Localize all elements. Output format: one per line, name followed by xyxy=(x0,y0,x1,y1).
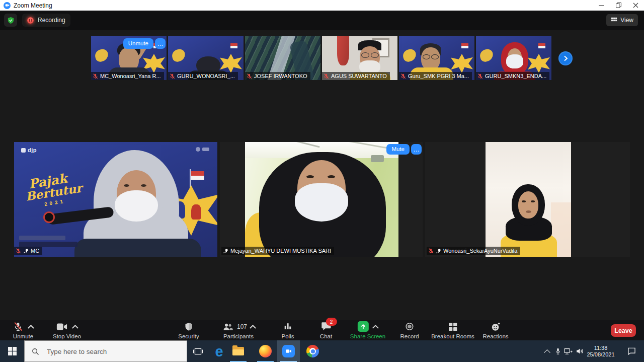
participant-thumbnail[interactable]: JOSEF IRWANTOKO xyxy=(245,36,320,80)
polls-icon xyxy=(283,322,293,331)
recording-indicator[interactable]: Recording xyxy=(22,14,70,27)
breakout-rooms-icon xyxy=(448,322,457,331)
participant-thumbnail[interactable]: Guru_SMK PGRI 3 Ma... xyxy=(399,36,474,80)
participants-options-chevron[interactable] xyxy=(250,325,256,331)
leave-button[interactable]: Leave xyxy=(611,324,636,337)
djp-logo: djp xyxy=(21,147,37,153)
muted-mic-icon xyxy=(477,74,483,79)
close-button[interactable] xyxy=(627,0,644,11)
participant-thumbnail[interactable]: GURU_WONOASRI_... xyxy=(168,36,244,80)
flag-art xyxy=(191,171,204,180)
meeting-toolbar: Unmute Stop Video Security 107 Participa… xyxy=(0,320,644,340)
action-center-button[interactable] xyxy=(623,340,640,362)
speaker-icon xyxy=(576,347,584,355)
search-input[interactable] xyxy=(46,341,184,362)
muted-mic-icon xyxy=(93,74,98,79)
participant-name-label: AGUS SUWARTANTO xyxy=(322,72,390,80)
muted-mic-icon xyxy=(428,248,434,254)
record-button[interactable]: Record xyxy=(400,321,419,339)
share-options-chevron[interactable] xyxy=(372,325,379,331)
taskbar-zoom-icon-active[interactable] xyxy=(277,340,300,362)
taskbar-search[interactable] xyxy=(24,340,187,362)
minimize-button[interactable] xyxy=(593,0,610,11)
participants-label: Participants xyxy=(223,333,254,339)
main-video-tile[interactable]: Mute … Mejayan_WAHYU DEWI MUSTIKA SARI xyxy=(220,142,423,257)
main-video-tile[interactable]: djp Pajak Bertutur 2021 xyxy=(14,142,217,257)
participant-thumbnail[interactable]: Unmute … MC_Wonoasri_Yana R... xyxy=(91,36,167,80)
search-icon xyxy=(32,348,39,355)
security-shield-icon xyxy=(184,322,193,332)
view-button[interactable]: View xyxy=(606,14,638,26)
participant-name-label: JOSEF IRWANTOKO xyxy=(245,72,310,80)
pin-icon xyxy=(223,248,228,254)
task-view-icon xyxy=(193,347,203,355)
polls-button[interactable]: Polls xyxy=(282,321,294,339)
tray-show-hidden-icons[interactable] xyxy=(541,340,552,362)
view-label: View xyxy=(620,17,633,24)
chat-label: Chat xyxy=(320,333,332,339)
participant-thumbnail[interactable]: GURU_SMKN3_ENDA... xyxy=(476,36,551,80)
campaign-text: Pajak Bertutur 2021 xyxy=(23,171,84,210)
file-explorer-icon xyxy=(232,347,244,355)
restore-button[interactable] xyxy=(610,0,627,11)
muted-mic-icon xyxy=(13,322,23,332)
task-view-button[interactable] xyxy=(187,340,209,362)
muted-mic-icon xyxy=(400,74,406,79)
meeting-info-bar: Recording View xyxy=(0,11,644,30)
security-button[interactable]: Security xyxy=(178,321,199,339)
polls-label: Polls xyxy=(282,333,294,339)
share-screen-button[interactable]: Share Screen xyxy=(350,321,385,339)
video-options-chevron[interactable] xyxy=(72,325,78,331)
microphone-icon xyxy=(555,347,561,355)
chevron-right-icon xyxy=(562,55,569,61)
start-button[interactable] xyxy=(0,340,24,362)
taskbar-firefox-icon[interactable] xyxy=(254,340,277,362)
participant-thumbnail[interactable]: AGUS SUWARTANTO xyxy=(322,36,397,80)
thumbnail-hover-controls: Unmute … xyxy=(123,38,166,49)
breakout-rooms-label: Breakout Rooms xyxy=(431,333,474,339)
more-options-button[interactable]: … xyxy=(155,38,166,49)
tray-microphone-icon[interactable] xyxy=(552,340,564,362)
more-options-button[interactable]: … xyxy=(411,144,422,155)
reactions-button[interactable]: Reactions xyxy=(482,321,508,339)
taskbar-file-explorer-icon[interactable] xyxy=(227,340,250,362)
security-label: Security xyxy=(178,333,199,339)
participant-name-label: Mejayan_WAHYU DEWI MUSTIKA SARI xyxy=(221,247,334,255)
taskbar-chrome-icon[interactable] xyxy=(301,340,324,362)
encryption-shield-button[interactable] xyxy=(4,14,17,27)
firefox-icon xyxy=(259,345,272,357)
record-label: Record xyxy=(400,333,419,339)
reactions-label: Reactions xyxy=(482,333,508,339)
main-video-tile[interactable]: Wonoasri_SekarAyuNurVadila xyxy=(425,142,630,257)
next-page-button[interactable] xyxy=(558,51,573,65)
stop-video-button[interactable]: Stop Video xyxy=(53,321,81,339)
participant-name-label: Wonoasri_SekarAyuNurVadila xyxy=(427,247,520,255)
chat-button[interactable]: 2 Chat xyxy=(320,321,332,339)
record-icon xyxy=(405,322,414,331)
tray-network-icon[interactable] xyxy=(562,340,574,362)
chevron-up-icon xyxy=(544,349,550,356)
ethernet-icon xyxy=(564,347,573,355)
recording-label: Recording xyxy=(38,17,65,24)
unmute-label: Unmute xyxy=(13,333,33,339)
windows-taskbar: e 11: xyxy=(0,340,644,362)
tray-volume-icon[interactable] xyxy=(574,340,585,362)
notification-icon xyxy=(627,347,636,355)
participants-button[interactable]: 107 Participants xyxy=(222,321,255,339)
audio-options-chevron[interactable] xyxy=(28,325,34,331)
gallery-grid-icon xyxy=(611,17,617,24)
mute-participant-button[interactable]: Mute xyxy=(386,144,410,155)
muted-mic-icon xyxy=(170,74,175,79)
video-art: djp Pajak Bertutur 2021 xyxy=(14,142,217,257)
unmute-button[interactable]: Unmute xyxy=(13,321,33,339)
edge-icon: e xyxy=(215,345,223,358)
window-title: Zoom Meeting xyxy=(14,2,52,9)
unmute-participant-button[interactable]: Unmute xyxy=(123,38,153,49)
muted-mic-icon xyxy=(324,74,329,79)
video-art xyxy=(486,142,571,257)
breakout-rooms-button[interactable]: Breakout Rooms xyxy=(431,321,474,339)
taskbar-clock[interactable]: 11:38 25/08/2021 xyxy=(585,340,617,362)
zoom-app-icon xyxy=(4,2,11,9)
window-titlebar: Zoom Meeting xyxy=(0,0,644,11)
stop-video-label: Stop Video xyxy=(53,333,81,339)
